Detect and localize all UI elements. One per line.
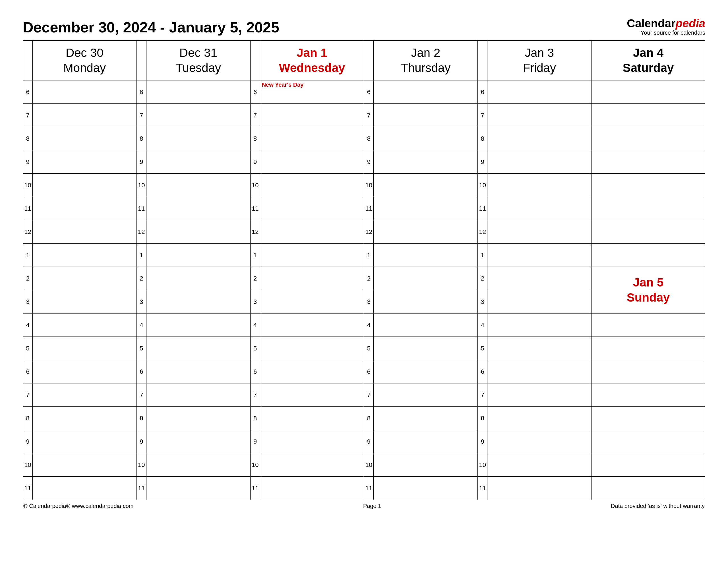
saturday-slot <box>591 220 705 244</box>
hour-label: 6 <box>137 81 146 103</box>
time-slot: 9 <box>23 430 137 453</box>
time-slot: 8 <box>478 407 591 430</box>
saturday-slot <box>591 174 705 197</box>
time-slot: 8 <box>23 127 137 150</box>
time-slot: 7 <box>23 383 137 407</box>
hour-label: 12 <box>250 220 260 243</box>
sunday-date: Jan 5 <box>633 275 664 290</box>
hour-label: 8 <box>364 127 374 150</box>
hour-label: 9 <box>364 430 374 453</box>
hour-label: 8 <box>478 127 487 150</box>
saturday-slot <box>591 244 705 267</box>
hour-label: 7 <box>137 104 146 127</box>
time-slot: 7 <box>478 383 591 407</box>
footer-center: Page 1 <box>363 503 381 509</box>
hour-label: 9 <box>364 150 374 173</box>
hour-label: 9 <box>137 430 146 453</box>
time-slot: 12 <box>137 220 250 244</box>
hour-label: 10 <box>364 174 374 197</box>
time-slot: 4 <box>23 313 137 337</box>
hour-label: 1 <box>478 244 487 267</box>
time-slot: 7 <box>23 104 137 127</box>
hour-label: 10 <box>137 453 146 476</box>
saturday-slot <box>591 197 705 220</box>
hour-label: 2 <box>364 267 374 290</box>
time-slot: 4 <box>250 313 364 337</box>
time-slot: 7 <box>137 383 250 407</box>
hour-label: 8 <box>250 407 260 430</box>
event-label: New Year's Day <box>262 82 304 88</box>
day-header-2: Jan 1Wednesday <box>250 41 364 81</box>
time-slot: 6 <box>478 360 591 383</box>
time-slot: 7 <box>250 383 364 407</box>
time-slot: 1 <box>137 244 250 267</box>
time-slot: 5 <box>364 337 478 360</box>
time-slot: 10 <box>137 453 250 477</box>
day-header-saturday: Jan 4Saturday <box>591 41 705 81</box>
hour-label: 1 <box>23 244 33 267</box>
sunday-slot <box>591 407 705 430</box>
time-slot: 3 <box>23 290 137 313</box>
hour-label: 11 <box>364 477 374 500</box>
day-date: Dec 30 <box>66 46 103 60</box>
hour-label: 7 <box>23 383 33 407</box>
time-slot: 7 <box>137 104 250 127</box>
time-slot: 11 <box>250 197 364 220</box>
time-slot: 10 <box>364 174 478 197</box>
hour-label: 7 <box>478 383 487 407</box>
time-slot: 12 <box>364 220 478 244</box>
saturday-slot <box>591 127 705 150</box>
hour-label: 6 <box>250 81 260 103</box>
time-slot: 12 <box>23 220 137 244</box>
time-slot: 10 <box>23 453 137 477</box>
hour-label: 7 <box>364 104 374 127</box>
sunday-slot <box>591 383 705 407</box>
time-slot: 8 <box>23 407 137 430</box>
time-slot: 4 <box>478 313 591 337</box>
time-slot: 6 <box>137 81 250 104</box>
logo: Calendarpedia Your source for calendars <box>627 17 705 36</box>
day-header-1: Dec 31Tuesday <box>137 41 250 81</box>
hour-label: 9 <box>478 430 487 453</box>
hour-label: 9 <box>250 150 260 173</box>
time-slot: 3 <box>364 290 478 313</box>
logo-main: Calendarpedia <box>627 17 705 30</box>
hour-label: 10 <box>364 453 374 476</box>
time-slot: 3 <box>250 290 364 313</box>
hour-label: 8 <box>364 407 374 430</box>
time-slot: 2 <box>250 267 364 290</box>
hour-label: 3 <box>478 290 487 313</box>
time-slot: 1 <box>23 244 137 267</box>
hour-label: 11 <box>478 197 487 220</box>
sunday-header: Jan 5Sunday <box>591 267 705 313</box>
hour-label: 11 <box>23 197 33 220</box>
time-slot: 10 <box>478 453 591 477</box>
time-slot: 5 <box>23 337 137 360</box>
time-slot: 7 <box>364 383 478 407</box>
day-date: Jan 2 <box>411 46 440 60</box>
time-slot: 12 <box>478 220 591 244</box>
day-name: Friday <box>523 60 556 75</box>
time-slot: 3 <box>478 290 591 313</box>
hour-label: 5 <box>364 337 374 360</box>
header: December 30, 2024 - January 5, 2025 Cale… <box>23 17 705 36</box>
hour-label: 1 <box>364 244 374 267</box>
day-name: Thursday <box>401 60 450 75</box>
hour-label: 9 <box>23 430 33 453</box>
sunday-slot <box>591 453 705 477</box>
hour-label: 8 <box>250 127 260 150</box>
time-slot: 2 <box>23 267 137 290</box>
day-date: Jan 4 <box>633 46 664 60</box>
time-slot: 8 <box>137 127 250 150</box>
sunday-slot <box>591 477 705 500</box>
time-slot: 10 <box>364 453 478 477</box>
hour-label: 2 <box>478 267 487 290</box>
hour-label: 11 <box>23 477 33 500</box>
hour-label: 7 <box>250 104 260 127</box>
day-name: Monday <box>63 60 106 75</box>
hour-label: 11 <box>478 477 487 500</box>
hour-label: 12 <box>137 220 146 243</box>
time-slot: 4 <box>137 313 250 337</box>
time-slot: 3 <box>137 290 250 313</box>
hour-label: 2 <box>23 267 33 290</box>
